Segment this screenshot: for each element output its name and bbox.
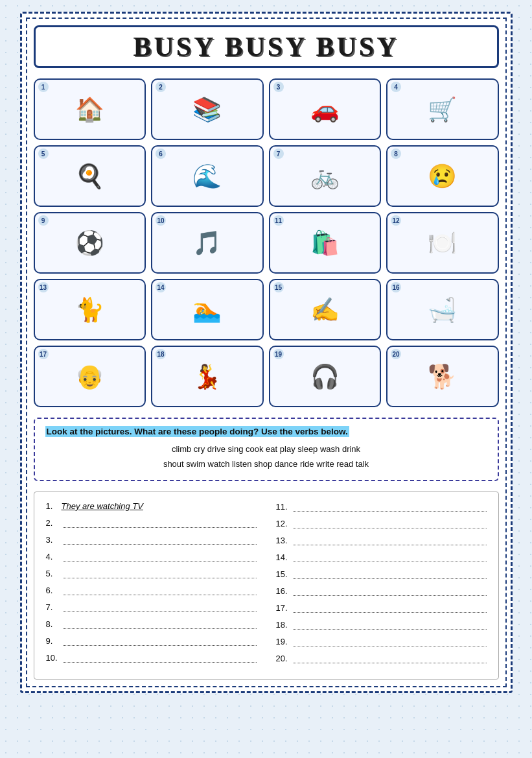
cell-illustration-2: 📚 [157,84,257,134]
exercise-item: 14. [276,552,487,562]
cell-illustration-18: 💃 [157,351,257,401]
answer-line[interactable] [293,619,487,630]
answer-line[interactable] [63,534,257,545]
instruction-text: Look at the pictures. What are these peo… [45,427,487,436]
exercise-right-column: 11.12.13.14.15.16.17.18.19.20. [276,501,487,670]
instructions-box: Look at the pictures. What are these peo… [34,418,499,481]
exercise-item: 9. [46,635,257,646]
image-cell-12: 12🍽️ [386,212,499,274]
image-cell-11: 11🛍️ [269,212,382,274]
exercise-number: 20. [276,654,292,663]
exercise-item: 18. [276,619,487,630]
cell-illustration-13: 🐈 [40,285,139,335]
cell-number-7: 7 [273,148,284,159]
image-cell-15: 15✍️ [269,279,382,340]
cell-illustration-12: 🍽️ [393,218,492,268]
answer-line[interactable] [293,535,487,545]
cell-illustration-3: 🚗 [275,84,375,134]
exercise-item: 10. [46,652,257,663]
cell-number-15: 15 [273,282,284,292]
image-cell-9: 9⚽ [34,212,146,274]
cell-number-8: 8 [391,148,401,159]
exercise-item: 7. [46,602,257,612]
image-cell-20: 20🐕 [386,346,499,407]
answer-line[interactable] [63,585,257,595]
cell-illustration-7: 🚲 [275,151,375,201]
image-cell-8: 8😢 [386,145,499,207]
answer-line[interactable] [293,569,487,579]
cell-illustration-16: 🛁 [393,285,492,335]
cell-illustration-11: 🛍️ [275,218,375,268]
exercise-number: 7. [46,602,62,612]
answer-line[interactable] [293,501,487,512]
image-cell-5: 5🍳 [34,145,146,207]
image-grid: 1🏠2📚3🚗4🛒5🍳6🌊7🚲8😢9⚽10🎵11🛍️12🍽️13🐈14🏊15✍️1… [34,78,499,407]
cell-illustration-17: 👴 [40,351,139,401]
answer-line[interactable] [293,602,487,613]
exercise-item: 6. [46,585,257,595]
image-cell-16: 16🛁 [386,279,499,340]
exercise-number: 12. [276,519,292,528]
exercise-item: 20. [276,653,487,663]
exercise-item: 19. [276,636,487,646]
exercise-number: 16. [276,586,292,596]
image-cell-14: 14🏊 [151,279,264,340]
cell-number-19: 19 [273,349,284,359]
verb-list: climb cry drive sing cook eat play sleep… [45,442,487,472]
exercise-number: 6. [46,586,62,595]
answer-line[interactable] [63,652,257,663]
image-cell-17: 17👴 [34,346,146,407]
answer-line[interactable] [293,552,487,562]
cell-number-12: 12 [391,215,401,226]
exercise-item: 1.They are watching TV [46,501,257,511]
exercise-number: 19. [276,637,292,646]
image-cell-10: 10🎵 [151,212,264,274]
title-box: BUSY BUSY BUSY [34,25,499,68]
answer-line[interactable] [63,619,257,629]
image-cell-3: 3🚗 [269,78,382,140]
exercise-item: 13. [276,535,487,545]
image-cell-2: 2📚 [151,78,264,140]
cell-illustration-5: 🍳 [40,151,139,201]
exercise-number: 8. [46,619,62,629]
exercise-number: 13. [276,536,292,545]
cell-number-3: 3 [273,82,284,92]
exercise-number: 11. [276,502,292,512]
answer-line[interactable] [63,551,257,562]
cell-number-20: 20 [391,349,401,359]
answer-line[interactable] [293,586,487,596]
image-cell-19: 19🎧 [269,346,382,407]
exercise-number: 3. [46,535,62,545]
exercise-item: 2. [46,517,257,528]
answer-line[interactable] [293,518,487,528]
answer-line[interactable] [63,517,257,528]
cell-illustration-10: 🎵 [157,218,257,268]
image-cell-4: 4🛒 [386,78,499,140]
image-cell-1: 1🏠 [34,78,146,140]
answer-line[interactable] [293,653,487,663]
worksheet-title: BUSY BUSY BUSY [46,31,487,62]
exercise-number: 15. [276,569,292,579]
image-cell-7: 7🚲 [269,145,382,207]
cell-illustration-9: ⚽ [40,218,139,268]
answer-line[interactable] [63,568,257,578]
cell-illustration-15: ✍️ [275,285,375,335]
answer-line[interactable] [63,635,257,646]
exercise-number: 4. [46,552,62,562]
exercise-section: 1.They are watching TV2.3.4.5.6.7.8.9.10… [34,492,499,680]
instruction-highlight: Look at the pictures. What are these peo… [45,426,349,437]
answer-line[interactable] [293,636,487,646]
exercise-number: 14. [276,552,292,562]
cell-number-17: 17 [38,349,49,359]
cell-number-9: 9 [38,215,49,226]
answer-line[interactable] [63,602,257,612]
exercise-item: 5. [46,568,257,578]
exercise-item: 3. [46,534,257,545]
image-cell-18: 18💃 [151,346,264,407]
cell-number-1: 1 [38,82,49,92]
cell-number-5: 5 [38,148,49,159]
cell-illustration-6: 🌊 [157,151,257,201]
exercise-number: 10. [46,653,62,663]
verb-row-2: shout swim watch listen shop dance ride … [45,456,487,471]
cell-illustration-1: 🏠 [40,84,139,134]
